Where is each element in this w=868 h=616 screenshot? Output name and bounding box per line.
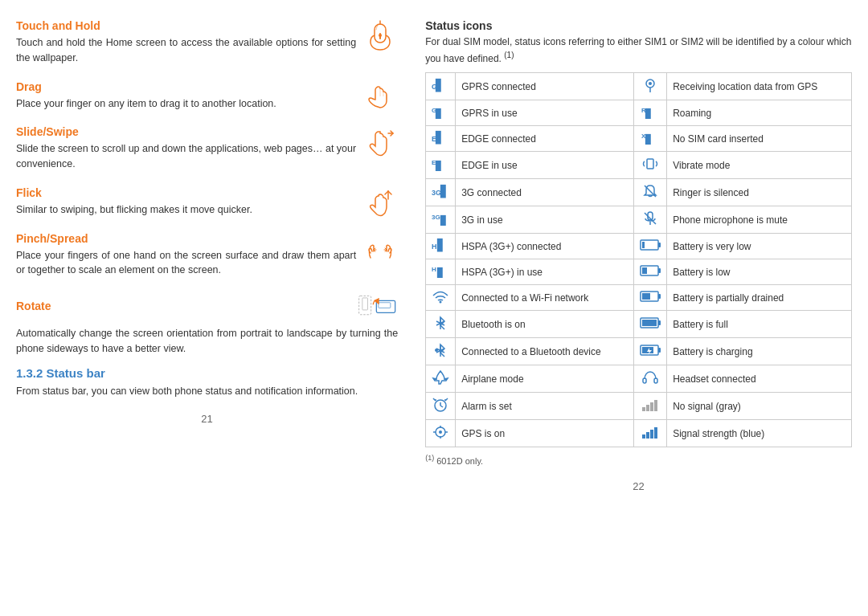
left-page-number: 21 xyxy=(16,413,398,425)
batt-very-low-label: Battery is very low xyxy=(667,234,852,259)
no-signal-label: No signal (gray) xyxy=(667,393,852,420)
rotate-text: Rotate xyxy=(16,300,348,316)
alarm-icon xyxy=(426,393,456,420)
flick-title: Flick xyxy=(16,186,356,199)
status-bar-body: From status bar, you can view both phone… xyxy=(16,384,398,399)
no-sim-label: No SIM card inserted xyxy=(667,126,852,152)
touch-hold-icon xyxy=(362,19,398,55)
flick-body: Similar to swiping, but flicking makes i… xyxy=(16,202,356,218)
signal-blue-icon xyxy=(634,420,667,447)
hspa-in-use-label: HSPA (3G+) in use xyxy=(456,259,634,285)
svg-rect-59 xyxy=(650,402,653,411)
svg-point-56 xyxy=(444,399,446,401)
table-row: Connected to a Bluetooth device Battery … xyxy=(426,338,852,365)
wifi-icon xyxy=(426,285,456,311)
gprs-in-use-label: GPRS in use xyxy=(456,100,634,126)
ringer-silenced-icon xyxy=(634,179,667,206)
table-row: GPS is on Signal strength (blue) xyxy=(426,420,852,447)
no-signal-icon xyxy=(634,393,667,420)
svg-text:▋: ▋ xyxy=(436,267,446,278)
svg-text:▋: ▋ xyxy=(645,108,654,119)
table-row: Alarm is set No signal (gray) xyxy=(426,393,852,420)
edge-connected-label: EDGE connected xyxy=(456,126,634,152)
3g-connected-label: 3G connected xyxy=(456,179,634,206)
svg-rect-68 xyxy=(646,432,649,439)
headset-label: Headset connected xyxy=(667,365,852,393)
gps-icon xyxy=(426,420,456,447)
airplane-icon xyxy=(426,365,456,393)
pinch-spread-body: Place your fingers of one hand on the sc… xyxy=(16,248,356,279)
svg-text:▋: ▋ xyxy=(435,130,444,145)
touch-hold-section: Touch and Hold Touch and hold the Home s… xyxy=(16,19,398,77)
status-icons-title: Status icons xyxy=(425,19,852,32)
svg-text:▋: ▋ xyxy=(435,108,444,119)
footnote-text: 6012D only. xyxy=(436,456,483,466)
table-row: E▋ EDGE in use Vibrate mode xyxy=(426,152,852,179)
airplane-label: Airplane mode xyxy=(456,365,634,393)
svg-line-54 xyxy=(440,406,443,407)
vibrate-icon xyxy=(634,152,667,179)
hspa-in-use-icon: H▋ xyxy=(426,259,456,285)
svg-rect-32 xyxy=(658,243,661,247)
batt-low-icon xyxy=(634,259,667,285)
svg-rect-48 xyxy=(658,348,661,353)
location-icon xyxy=(634,73,667,100)
receiving-location-label: Receiving location data from GPS xyxy=(667,73,852,100)
hspa-connected-label: HSPA (3G+) connected xyxy=(456,234,634,259)
vibrate-label: Vibrate mode xyxy=(667,152,852,179)
table-row: H▋ HSPA (3G+) connected Battery is very … xyxy=(426,234,852,259)
svg-point-39 xyxy=(440,301,442,304)
roaming-label: Roaming xyxy=(667,100,852,126)
3g-in-use-icon: 3G▋ xyxy=(426,206,456,234)
table-row: G▋ GPRS in use R▋ Roaming xyxy=(426,100,852,126)
svg-rect-33 xyxy=(642,242,645,248)
3g-in-use-label: 3G in use xyxy=(456,206,634,234)
table-row: E▋ EDGE connected X▋ No SIM card inserte… xyxy=(426,126,852,152)
mic-mute-label: Phone microphone is mute xyxy=(667,206,852,234)
svg-text:▋: ▋ xyxy=(645,133,654,145)
mic-mute-icon xyxy=(634,206,667,234)
svg-rect-45 xyxy=(642,320,657,326)
alarm-label: Alarm is set xyxy=(456,393,634,420)
svg-point-55 xyxy=(435,399,436,401)
svg-rect-44 xyxy=(658,320,661,325)
bluetooth-on-icon xyxy=(426,311,456,338)
svg-rect-38 xyxy=(642,267,647,274)
table-row: Connected to a Wi-Fi network Battery is … xyxy=(426,285,852,311)
svg-point-46 xyxy=(435,349,438,352)
bluetooth-connected-icon xyxy=(426,338,456,365)
flick-section: Flick Similar to swiping, but flicking m… xyxy=(16,186,398,229)
svg-rect-57 xyxy=(642,407,645,411)
svg-text:▋: ▋ xyxy=(440,184,449,198)
wifi-label: Connected to a Wi-Fi network xyxy=(456,285,634,311)
rotate-section: Rotate xyxy=(16,292,398,323)
footnote-ref: (1) xyxy=(425,454,434,462)
svg-rect-4 xyxy=(379,303,391,308)
flick-icon xyxy=(362,186,398,222)
ringer-silenced-label: Ringer is silenced xyxy=(667,179,852,206)
rotate-body: Automatically change the screen orientat… xyxy=(16,326,398,357)
pinch-spread-icon xyxy=(362,232,398,267)
status-icons-table: G▋ GPRS connected Receiving location dat… xyxy=(425,72,852,447)
table-row: 3G▋ 3G connected Ringer is silenced xyxy=(426,179,852,206)
svg-text:▋: ▋ xyxy=(435,78,444,92)
drag-title: Drag xyxy=(16,80,356,93)
svg-text:H: H xyxy=(432,243,437,251)
batt-charging-label: Battery is charging xyxy=(667,338,852,365)
slide-swipe-icon xyxy=(362,125,398,161)
svg-rect-58 xyxy=(646,405,649,411)
svg-point-8 xyxy=(649,82,652,85)
svg-rect-1 xyxy=(359,296,371,314)
svg-rect-20 xyxy=(647,159,653,169)
status-icons-desc: For dual SIM model, status icons referri… xyxy=(425,35,852,66)
svg-rect-70 xyxy=(654,427,657,439)
hspa-connected-icon: H▋ xyxy=(426,234,456,259)
svg-rect-42 xyxy=(642,293,650,300)
no-sim-icon: X▋ xyxy=(634,126,667,152)
svg-rect-67 xyxy=(642,434,645,439)
rotate-title: Rotate xyxy=(16,300,348,312)
batt-partial-icon xyxy=(634,285,667,311)
roaming-icon: R▋ xyxy=(634,100,667,126)
gps-label: GPS is on xyxy=(456,420,634,447)
right-page-number: 22 xyxy=(425,480,852,492)
